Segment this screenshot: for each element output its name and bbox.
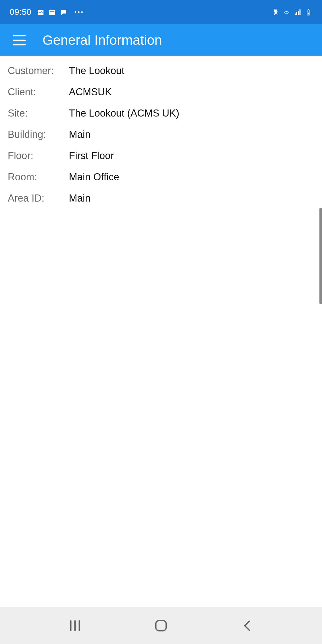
gallery-icon: [37, 8, 44, 16]
status-bar-right: [272, 8, 312, 16]
navigation-bar: [0, 607, 322, 644]
info-value: The Lookout: [64, 65, 124, 77]
info-value: Main Office: [64, 171, 119, 183]
info-row-client: Client: ACMSUK: [8, 81, 314, 103]
signal-icon: [294, 8, 301, 16]
svg-rect-2: [50, 11, 54, 12]
info-label: Client:: [8, 86, 64, 98]
svg-rect-8: [308, 13, 309, 14]
svg-rect-4: [296, 12, 297, 15]
info-value: ACMSUK: [64, 86, 112, 98]
info-label: Customer:: [8, 65, 64, 77]
svg-rect-0: [38, 10, 43, 15]
svg-rect-3: [295, 14, 296, 15]
status-bar: 09:50: [0, 0, 322, 24]
wifi-icon: [283, 8, 290, 16]
svg-rect-5: [298, 11, 299, 15]
home-button[interactable]: [151, 616, 171, 635]
recent-apps-button[interactable]: [65, 616, 85, 635]
info-row-floor: Floor: First Floor: [8, 145, 314, 166]
info-label: Floor:: [8, 150, 64, 162]
page-title: General Information: [43, 33, 162, 48]
status-bar-left: 09:50: [10, 7, 83, 17]
info-label: Room:: [8, 171, 64, 183]
info-row-area-id: Area ID: Main: [8, 188, 314, 209]
status-time: 09:50: [10, 7, 32, 17]
messages-icon: [60, 8, 68, 16]
info-label: Site:: [8, 108, 64, 119]
info-row-customer: Customer: The Lookout: [8, 60, 314, 81]
calendar-icon: [48, 8, 56, 16]
info-value: First Floor: [64, 150, 114, 162]
menu-button[interactable]: [13, 35, 26, 45]
scroll-indicator[interactable]: [319, 208, 322, 304]
info-row-room: Room: Main Office: [8, 166, 314, 188]
svg-rect-6: [299, 10, 300, 15]
status-notification-icons: [37, 8, 83, 16]
content-area: Customer: The Lookout Client: ACMSUK Sit…: [0, 56, 322, 607]
info-label: Area ID:: [8, 193, 64, 204]
vibrate-icon: [272, 8, 279, 16]
svg-rect-9: [308, 9, 309, 10]
info-value: The Lookout (ACMS UK): [64, 108, 179, 119]
info-value: Main: [64, 193, 90, 204]
app-bar: General Information: [0, 24, 322, 56]
back-button[interactable]: [237, 616, 257, 635]
info-row-site: Site: The Lookout (ACMS UK): [8, 103, 314, 124]
info-row-building: Building: Main: [8, 124, 314, 145]
battery-icon: [305, 8, 312, 16]
svg-rect-1: [49, 10, 55, 15]
svg-rect-13: [156, 620, 166, 631]
info-value: Main: [64, 129, 90, 140]
info-label: Building:: [8, 129, 64, 140]
more-notifications-icon: [75, 11, 83, 13]
